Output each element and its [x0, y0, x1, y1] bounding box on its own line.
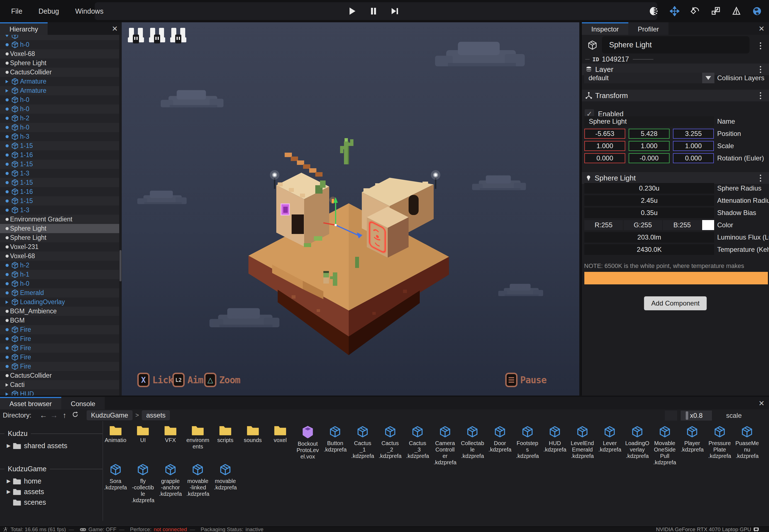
asset-item[interactable]: PuaseMe nu .kdzprefa [734, 425, 760, 459]
color-g-field[interactable]: G:255 [624, 220, 662, 230]
expand-arrow-icon[interactable]: ▶ [7, 489, 13, 495]
hierarchy-row[interactable]: Sphere Light [0, 58, 119, 68]
hierarchy-row[interactable]: Armature [0, 77, 119, 86]
luminous-flux-field[interactable]: 203.0lm [584, 232, 714, 243]
rotation-x-field[interactable]: 0.000 [584, 153, 625, 163]
asset-item[interactable]: sounds [240, 425, 266, 443]
add-component-button[interactable]: Add Component [644, 296, 707, 310]
layer-menu-icon[interactable] [760, 66, 761, 73]
asset-item[interactable]: HUD .kdzprefa [541, 425, 568, 453]
hierarchy-row[interactable]: Voxel-231 [0, 242, 119, 252]
asset-item[interactable]: LoadingO verlay .kdzprefa [624, 425, 651, 459]
asset-item[interactable]: Movable OneSide Pull .kdzprefa [651, 425, 678, 466]
hierarchy-row[interactable]: 1-15 [0, 141, 119, 150]
asset-item[interactable]: Lever .kdzprefa [596, 425, 623, 453]
attenuation-field[interactable]: 2.45u [584, 195, 714, 206]
expand-arrow-icon[interactable] [4, 392, 10, 396]
asset-item[interactable]: grapple -anchor .kdzprefa [157, 463, 184, 497]
hierarchy-row[interactable]: Voxel-68 [0, 49, 119, 58]
asset-item[interactable]: Player .kdzprefa [679, 425, 705, 453]
asset-item[interactable]: Collectab le .kdzprefa [459, 425, 486, 459]
sphere-radius-field[interactable]: 0.230u [584, 183, 714, 194]
rotation-z-field[interactable]: 0.000 [673, 153, 714, 163]
asset-item[interactable]: Camera Controll er .kdzprefa [432, 425, 458, 466]
hierarchy-row[interactable]: Sphere Light [0, 233, 119, 242]
asset-item[interactable]: Animatio [102, 425, 129, 443]
layer-select[interactable]: default [584, 73, 702, 83]
hierarchy-row[interactable]: Fire [0, 334, 119, 343]
hierarchy-row[interactable]: Cacti [0, 380, 119, 389]
hierarchy-row[interactable]: 1-15 [0, 178, 119, 187]
rotate-tool-icon[interactable] [690, 6, 700, 16]
hierarchy-row[interactable]: h-0 [0, 104, 119, 114]
asset-item[interactable]: scripts [212, 425, 239, 443]
hierarchy-row[interactable]: HUD [0, 389, 119, 396]
asset-item[interactable]: Bockout ProtoLev el.vox [294, 425, 321, 460]
hierarchy-row[interactable]: Fire [0, 325, 119, 334]
assetbrowser-close-icon[interactable]: ✕ [758, 399, 765, 408]
tree-folder-assets[interactable]: ▶assets [0, 486, 102, 497]
3d-viewport[interactable]: , [122, 22, 579, 396]
scrollbar-thumb[interactable] [119, 250, 121, 281]
hierarchy-row[interactable]: 1-3 [0, 206, 119, 215]
hierarchy-row[interactable]: h-2 [0, 114, 119, 123]
asset-item[interactable]: Cactus _2 .kdzprefa [377, 425, 404, 459]
transform-menu-icon[interactable] [760, 92, 761, 99]
local-space-icon[interactable] [732, 6, 741, 16]
color-r-field[interactable]: R:255 [584, 220, 623, 230]
step-icon[interactable] [390, 6, 399, 16]
hierarchy-row[interactable]: Armature [0, 86, 119, 95]
asset-item[interactable]: Sora .kdzprefa [102, 463, 129, 491]
tab-inspector[interactable]: Inspector [582, 22, 628, 35]
tree-folder-scenes[interactable]: scenes [0, 497, 102, 507]
hierarchy-row[interactable]: h-1 [0, 270, 119, 279]
asset-item[interactable]: Door .kdzprefa [487, 425, 513, 453]
forward-icon[interactable]: → [49, 411, 59, 420]
play-icon[interactable] [348, 6, 357, 16]
tree-folder-home[interactable]: ▶home [0, 476, 102, 486]
expand-arrow-icon[interactable] [4, 301, 10, 304]
expand-arrow-icon[interactable] [4, 383, 10, 387]
hierarchy-row[interactable]: Emerald [0, 288, 119, 297]
scale-x-field[interactable]: 1.000 [584, 141, 625, 151]
hierarchy-row[interactable]: Voxel-68 [0, 252, 119, 261]
entity-name-input[interactable]: Sphere Light [602, 36, 750, 53]
asset-item[interactable]: Footstep s .kdzprefa [514, 425, 541, 459]
hierarchy-row[interactable]: CactusCollider [0, 371, 119, 380]
asset-item[interactable]: Cactus _1 .kdzprefa [349, 425, 376, 459]
expand-arrow-icon[interactable]: ▶ [7, 443, 13, 449]
position-y-field[interactable]: 5.428 [629, 129, 670, 139]
hierarchy-row[interactable]: Fire [0, 362, 119, 371]
hierarchy-row[interactable]: CactusCollider [0, 68, 119, 77]
hierarchy-row[interactable]: BGM [0, 316, 119, 325]
asset-item[interactable]: movable .kdzprefa [212, 463, 239, 491]
tree-folder-shared-assets[interactable]: ▶shared assets [0, 440, 102, 451]
tab-console[interactable]: Console [61, 397, 105, 409]
inspector-close-icon[interactable]: ✕ [758, 25, 765, 33]
hierarchy-row[interactable]: h-0 [0, 95, 119, 104]
asset-item[interactable]: fly -collectib le .kdzprefa [130, 463, 156, 504]
scale-z-field[interactable]: 1.000 [673, 141, 714, 151]
back-icon[interactable]: ← [38, 411, 49, 420]
scale-tool-icon[interactable] [711, 6, 721, 16]
temperature-field[interactable]: 2430.0K [584, 244, 714, 255]
asset-item[interactable]: Cactus _3 .kdzprefa [404, 425, 431, 459]
color-swatch[interactable] [702, 220, 714, 230]
breadcrumb-item[interactable]: KudzuGame [87, 410, 133, 420]
scale-y-field[interactable]: 1.000 [629, 141, 670, 151]
hierarchy-row[interactable]: 1-16 [0, 187, 119, 196]
scale-reset-box[interactable] [665, 411, 677, 421]
rotation-y-field[interactable]: -0.000 [629, 153, 670, 163]
expand-arrow-icon[interactable] [4, 80, 10, 83]
temperature-color-bar[interactable] [584, 272, 768, 284]
collapse-arrow-icon[interactable] [4, 35, 10, 37]
hierarchy-row[interactable]: Environment Gradient [0, 215, 119, 224]
hierarchy-row[interactable]: h-0 [0, 123, 119, 132]
hierarchy-row[interactable]: LoadingOverlay [0, 297, 119, 307]
hierarchy-row[interactable]: h-3 [0, 132, 119, 141]
tab-asset-browser[interactable]: Asset browser [0, 397, 61, 409]
refresh-icon[interactable] [70, 411, 80, 420]
hierarchy-row[interactable]: 1-3 [0, 169, 119, 178]
dither-toggle-icon[interactable] [649, 6, 659, 16]
scale-input[interactable]: x0.8 [681, 411, 712, 421]
